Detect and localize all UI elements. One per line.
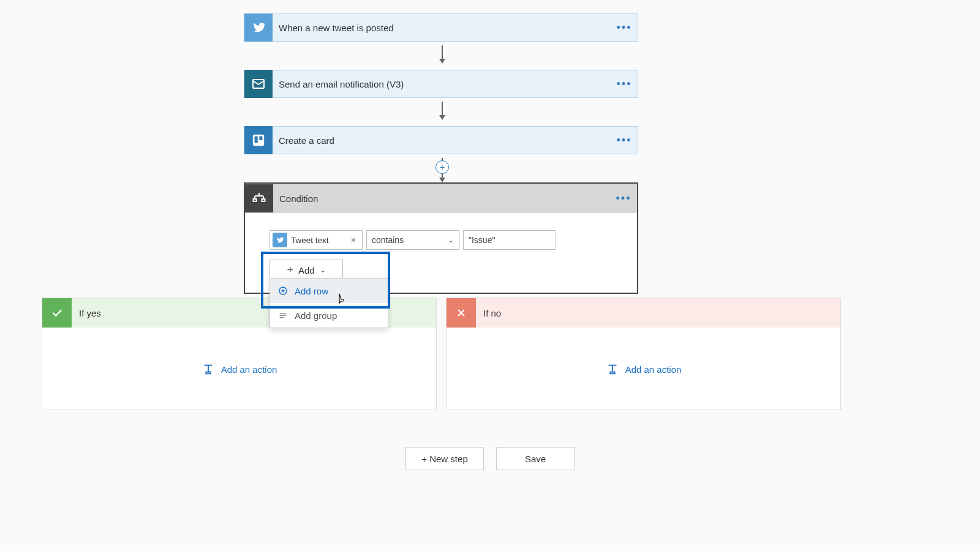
- save-label: Save: [525, 454, 546, 464]
- svg-rect-7: [206, 372, 210, 374]
- svg-rect-3: [259, 137, 262, 140]
- svg-rect-5: [262, 199, 265, 201]
- new-step-label: + New step: [421, 454, 467, 464]
- plus-icon: +: [287, 264, 293, 276]
- more-icon[interactable]: •••: [616, 78, 638, 91]
- branch-no-body: Add an action: [447, 328, 840, 411]
- add-row-icon: [277, 286, 288, 296]
- insert-action-icon: [202, 362, 215, 376]
- step-trello[interactable]: Create a card •••: [244, 126, 638, 154]
- condition-right-value[interactable]: "Issue": [463, 230, 556, 250]
- value-text: "Issue": [469, 235, 495, 245]
- footer: + New step Save: [0, 447, 980, 470]
- add-group-item[interactable]: Add group: [270, 303, 388, 328]
- add-action-label: Add an action: [625, 364, 682, 375]
- close-icon: [447, 298, 476, 328]
- add-group-label: Add group: [295, 310, 337, 321]
- add-action-button[interactable]: Add an action: [606, 362, 682, 376]
- add-step-icon[interactable]: +: [435, 160, 449, 174]
- branch-no: If no Add an action: [446, 298, 841, 410]
- step-trigger-tweet[interactable]: When a new tweet is posted •••: [244, 13, 638, 42]
- condition-block: Condition ••• Tweet text × contains ⌄ "I…: [244, 182, 638, 294]
- step-email[interactable]: Send an email notification (V3) •••: [244, 70, 638, 98]
- add-action-button[interactable]: Add an action: [202, 362, 277, 376]
- add-row-label: Add row: [295, 286, 328, 296]
- branch-no-header[interactable]: If no: [447, 298, 840, 328]
- twitter-icon: [273, 233, 287, 247]
- condition-operator-select[interactable]: contains ⌄: [366, 230, 459, 250]
- add-menu: Add row Add group: [270, 278, 388, 328]
- svg-rect-2: [255, 137, 258, 143]
- check-icon: [42, 298, 72, 328]
- flow-arrow-add[interactable]: +: [438, 158, 447, 182]
- more-icon[interactable]: •••: [616, 21, 638, 34]
- more-icon[interactable]: •••: [615, 192, 637, 205]
- chevron-down-icon: ⌄: [320, 266, 326, 274]
- condition-icon: [245, 184, 273, 212]
- add-button[interactable]: + Add ⌄: [270, 260, 343, 280]
- add-row-item[interactable]: Add row: [270, 279, 388, 303]
- chevron-down-icon: ⌄: [448, 236, 454, 244]
- condition-left-operand[interactable]: Tweet text ×: [270, 230, 363, 250]
- flow-arrow: [438, 45, 447, 64]
- operator-label: contains: [372, 235, 404, 245]
- more-icon[interactable]: •••: [616, 134, 638, 147]
- save-button[interactable]: Save: [496, 447, 575, 470]
- branch-yes-body: Add an action: [42, 328, 436, 411]
- add-action-label: Add an action: [221, 364, 277, 375]
- flow-arrow: [438, 102, 447, 120]
- flow-canvas: When a new tweet is posted ••• Send an e…: [0, 0, 980, 551]
- step-title: When a new tweet is posted: [273, 23, 616, 33]
- remove-token-icon[interactable]: ×: [349, 235, 358, 245]
- branch-no-label: If no: [476, 308, 501, 318]
- step-title: Create a card: [273, 135, 616, 146]
- new-step-button[interactable]: + New step: [405, 447, 484, 470]
- trello-icon: [244, 126, 273, 154]
- add-group-icon: [277, 310, 288, 320]
- token-label: Tweet text: [291, 236, 349, 245]
- condition-row: Tweet text × contains ⌄ "Issue": [270, 230, 612, 250]
- condition-title: Condition: [273, 193, 615, 204]
- insert-action-icon: [606, 362, 619, 376]
- svg-rect-4: [254, 199, 257, 201]
- twitter-icon: [244, 13, 273, 42]
- add-label: Add: [298, 265, 315, 276]
- step-title: Send an email notification (V3): [273, 79, 616, 89]
- svg-rect-8: [610, 372, 614, 374]
- branch-yes-label: If yes: [72, 308, 101, 318]
- condition-header[interactable]: Condition •••: [245, 184, 637, 213]
- mail-icon: [244, 70, 273, 98]
